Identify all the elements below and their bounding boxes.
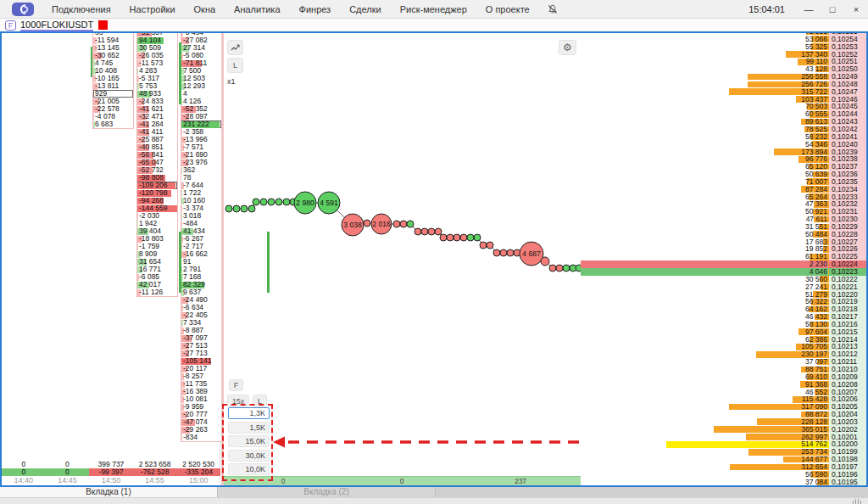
session-volume-value: 0 [342,477,461,485]
workspace-tab[interactable]: Вкладка (1) [0,487,218,497]
cluster-heat-bar [137,213,138,220]
cluster-deltas: 00-99 397-762 528-335 204 [2,468,220,476]
session-volume-bar: 00237 [224,476,581,485]
main-menu: ПодключенияНастройкиОкнаАналитикаФинрезС… [42,0,539,19]
cluster-heat-bar [181,190,182,197]
cluster-panel: 33-11 594-13 145-30 6524 74510 408-10 16… [2,33,220,485]
menu-item-окна[interactable]: Окна [185,0,225,19]
volume-bracket [267,232,270,293]
clock: 15:04:01 [748,4,797,14]
cluster-times: 14:4014:4514:5014:5515:00 [2,476,220,485]
trade-bubble [549,265,556,272]
cluster-heat-bar [137,244,138,250]
cluster-heat-bar [181,213,182,220]
trade-bubble [400,221,407,227]
cluster-times-cell: 14:45 [46,476,90,485]
trade-bubble [447,234,453,241]
lot-f-button[interactable]: F [229,379,243,391]
trade-bubble [364,220,370,227]
cluster-times-cell: 14:50 [89,476,133,485]
trade-bubble [435,228,442,235]
cluster-totals-cell: 0 [46,461,90,468]
menu-item-аналитика[interactable]: Аналитика [225,0,289,19]
title-bar: ПодключенияНастройкиОкнаАналитикаФинрезС… [0,0,868,19]
trade-bubble [268,199,275,205]
trade-bubble [248,205,255,212]
resize-grip-icon[interactable] [853,499,862,504]
menu-item-сделки[interactable]: Сделки [340,0,391,19]
workspace-tabs: Вкладка (1)Вкладка (2) [0,487,868,497]
cluster-totals-cell: 399 737 [89,461,133,468]
workspace-tab[interactable]: Вкладка (2) [218,487,436,497]
trade-bubble [233,205,240,212]
trade-bubble [241,205,248,212]
volume-bracket [179,232,181,293]
trade-bubble [415,228,421,235]
trade-bubble [480,242,487,249]
trade-bubble [453,234,460,241]
annotation-dashed-box [222,404,273,481]
cluster-heat-bar [181,266,182,273]
cluster-heat-bar [137,221,138,227]
app-logo [12,3,34,16]
menu-item-настройки[interactable]: Настройки [120,0,185,19]
trade-bubble [467,234,474,241]
cluster-times-cell: 14:40 [2,476,46,485]
trade-bubble [428,228,435,235]
menu-item-финрез[interactable]: Финрез [290,0,341,19]
book-row[interactable]: 37 0840,10195 [581,479,866,485]
cluster-totals: 00399 7372 523 6582 520 530 [2,461,220,468]
cluster-heat-bar [181,129,182,136]
cluster-cell: -834 [181,434,221,441]
trade-bubble [474,234,481,241]
book-price: 0,10195 [829,479,866,485]
futures-icon: F [5,20,16,31]
trade-bubble [487,242,493,249]
close-button[interactable]: × [844,0,868,19]
cluster-times-cell: 14:55 [133,476,177,485]
trade-bubble [500,249,507,256]
trade-bubble [541,257,549,266]
trade-bubble [507,249,514,256]
trade-bubble-label: 3 038 [343,221,362,229]
cluster-deltas-cell: 0 [46,468,90,476]
cluster-totals-cell: 0 [2,461,46,468]
menu-item-о проекте[interactable]: О проекте [476,0,539,19]
menu-item-подключения[interactable]: Подключения [42,0,120,19]
menu-item-риск-менеджер[interactable]: Риск-менеджер [391,0,476,19]
instrument-symbol[interactable]: 1000FLOKIUSDT [20,20,93,31]
trade-bubble [283,199,290,205]
cluster-deltas-cell: 0 [2,468,46,476]
trade-bubble [407,221,414,227]
trade-bubble [421,228,428,235]
trade-bubble [225,205,232,212]
notifications-muted-icon[interactable] [544,2,561,17]
minimize-button[interactable]: — [797,0,821,19]
status-bar [0,497,868,504]
instrument-color-marker[interactable] [98,20,108,30]
cluster-deltas-cell: -99 397 [89,468,133,476]
trade-bubble-label: 2 980 [296,199,314,207]
trade-bubble [440,234,447,241]
cluster-cell: 12 293 [181,82,221,90]
book-volume: 37 084 [805,479,827,485]
volume-bracket [179,42,181,104]
trade-bubble-label: 4 687 [522,249,541,258]
cluster-totals-cell: 2 520 530 [176,461,220,468]
volume-bracket [91,47,92,77]
trade-bubble [556,265,563,272]
cluster-times-cell: 15:00 [176,476,220,485]
cluster-value: -834 [183,433,198,441]
trade-bubble [275,199,282,205]
trade-bubble-label: 4 591 [320,199,338,207]
order-book: 72 5550,1025553 0660,1025455 3250,102531… [581,33,866,485]
cluster-chart-panel: L x1 ⚙ 2 9804 5913 0382 0164 687 F 15x L… [221,33,581,485]
instrument-tab-bar: F 1000FLOKIUSDT [0,19,868,31]
trade-bubble [460,234,467,241]
trade-bubble [493,249,500,256]
trade-bubble [393,221,400,227]
cluster-cell: 6 683 [93,120,133,128]
maximize-button[interactable]: □ [821,0,844,19]
trade-bubble [253,199,259,205]
session-volume-value: 237 [461,477,580,485]
